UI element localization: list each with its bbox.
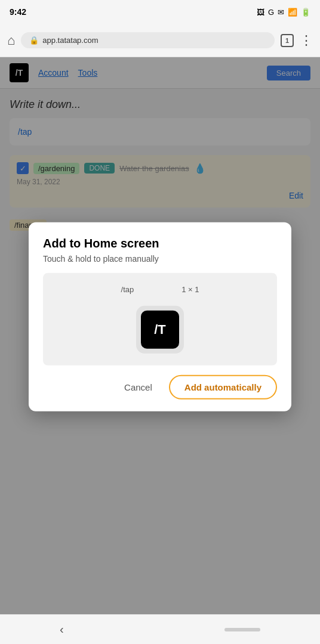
battery-icon: 🔋 <box>301 8 310 17</box>
photo-icon: 🖼 <box>257 8 264 17</box>
status-icons: 🖼 G ✉ 📶 🔋 <box>257 8 310 17</box>
dialog-subtitle: Touch & hold to place manually <box>43 254 277 264</box>
google-icon: G <box>268 8 274 17</box>
size-tab-label: 1 × 1 <box>181 285 199 294</box>
dialog-title: Add to Home screen <box>43 237 277 250</box>
icon-tabs: /tap 1 × 1 <box>121 285 199 294</box>
mail-icon: ✉ <box>278 8 284 17</box>
dialog-actions: Cancel Add automatically <box>29 366 291 411</box>
wifi-icon: 📶 <box>288 8 297 17</box>
app-icon-preview: /T <box>136 306 184 354</box>
add-to-homescreen-dialog: Add to Home screen Touch & hold to place… <box>29 222 291 411</box>
dialog-body: Add to Home screen Touch & hold to place… <box>29 222 291 366</box>
back-button[interactable]: ‹ <box>60 623 64 636</box>
url-bar[interactable]: 🔒 app.tatatap.com <box>21 32 275 48</box>
lock-icon: 🔒 <box>29 36 39 45</box>
more-menu-icon[interactable]: ⋮ <box>300 33 313 48</box>
browser-bar: ⌂ 🔒 app.tatatap.com 1 ⋮ <box>0 24 320 57</box>
tap-tab-label: /tap <box>121 285 134 294</box>
tab-switcher[interactable]: 1 <box>281 34 294 47</box>
icon-preview-area: /tap 1 × 1 /T <box>43 273 277 366</box>
status-time: 9:42 <box>10 7 26 17</box>
add-automatically-button[interactable]: Add automatically <box>169 375 277 400</box>
page-background: /T Account Tools Search Write it down...… <box>0 57 320 614</box>
url-text: app.tatatap.com <box>42 36 98 45</box>
app-icon-inner: /T <box>141 311 179 349</box>
status-bar: 9:42 🖼 G ✉ 📶 🔋 <box>0 0 320 24</box>
bottom-nav: ‹ <box>0 614 320 644</box>
home-icon[interactable]: ⌂ <box>7 33 15 48</box>
nav-home-indicator <box>224 628 260 631</box>
cancel-button[interactable]: Cancel <box>115 376 162 398</box>
